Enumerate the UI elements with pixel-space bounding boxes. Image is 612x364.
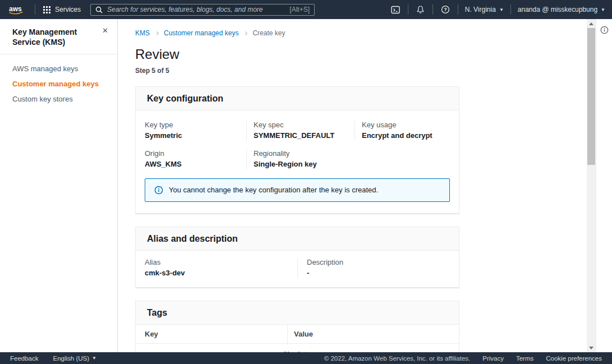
services-grid-icon <box>43 6 50 13</box>
svg-text:?: ? <box>444 7 447 12</box>
field-key-spec: Key spec SYMMETRIC_DEFAULT <box>246 121 355 141</box>
search-shortcut-hint: [Alt+S] <box>289 6 310 13</box>
svg-text:aws: aws <box>9 5 22 13</box>
tags-table-header: Key Value <box>136 325 459 344</box>
account-label: ananda @ misskecupbung <box>518 6 597 13</box>
terms-link[interactable]: Terms <box>516 355 533 362</box>
field-label: Key spec <box>254 121 355 130</box>
column-header-key: Key <box>136 325 287 343</box>
cookie-preferences-link[interactable]: Cookie preferences <box>546 355 602 362</box>
chevron-down-icon: ▼ <box>92 356 96 361</box>
column-header-value: Value <box>287 325 459 343</box>
breadcrumb-current: Create key <box>252 29 285 37</box>
sidebar-title: Key Management Service (KMS) <box>12 27 96 47</box>
field-label: Origin <box>145 149 246 158</box>
scroll-up-arrow[interactable] <box>587 19 596 28</box>
field-regionality: Regionality Single-Region key <box>246 149 355 169</box>
feedback-button[interactable]: Feedback <box>10 355 39 362</box>
tags-empty-state: No data No tags to display <box>136 344 459 352</box>
main-content: KMS Customer managed keys Create key Rev… <box>118 19 612 352</box>
help-icon[interactable]: ? <box>440 5 451 14</box>
language-label: English (US) <box>53 355 90 362</box>
services-menu[interactable]: Services <box>43 6 81 13</box>
global-search[interactable]: [Alt+S] <box>90 4 315 16</box>
privacy-link[interactable]: Privacy <box>482 355 504 362</box>
card-header: Alias and description <box>136 227 459 251</box>
topbar-divider <box>458 4 458 15</box>
sidebar-item-aws-managed-keys[interactable]: AWS managed keys <box>0 61 117 76</box>
alert-message: You cannot change the key configuration … <box>169 186 378 195</box>
field-value: Single-Region key <box>254 159 355 169</box>
wizard-step-indicator: Step 5 of 5 <box>135 67 459 75</box>
region-selector[interactable]: N. Virginia ▼ <box>465 6 504 13</box>
topbar-divider <box>432 4 433 15</box>
top-navigation-bar: aws Services [Alt+S] <box>0 0 612 19</box>
topbar-divider <box>408 4 408 15</box>
field-value: cmk-s3-dev <box>145 268 288 278</box>
sidebar-item-custom-key-stores[interactable]: Custom key stores <box>0 91 117 107</box>
notifications-bell-icon[interactable] <box>415 5 426 14</box>
page-title: Review <box>135 46 459 63</box>
field-key-type: Key type Symmetric <box>145 121 246 141</box>
sidebar-item-customer-managed-keys[interactable]: Customer managed keys <box>0 76 117 91</box>
close-sidebar-icon[interactable]: ✕ <box>102 27 108 47</box>
key-configuration-card: Key configuration Key type Symmetric Key… <box>135 86 459 214</box>
card-title: Tags <box>147 307 448 318</box>
topbar-divider <box>35 4 35 15</box>
copyright-text: © 2022, Amazon Web Services, Inc. or its… <box>324 355 471 362</box>
info-panel-icon[interactable] <box>600 26 609 34</box>
card-title: Alias and description <box>147 233 448 244</box>
field-value: AWS_KMS <box>145 159 246 169</box>
field-label: Key type <box>145 121 246 130</box>
topbar-divider <box>510 4 511 15</box>
field-key-usage: Key usage Encrypt and decrypt <box>355 121 450 141</box>
field-label: Regionality <box>254 149 355 158</box>
scrollbar-thumb[interactable] <box>587 28 595 165</box>
field-label: Alias <box>145 258 288 267</box>
field-value: Encrypt and decrypt <box>362 131 450 141</box>
alias-description-card: Alias and description Alias cmk-s3-dev D… <box>135 227 459 288</box>
cloudshell-icon[interactable] <box>390 6 401 14</box>
field-value: SYMMETRIC_DEFAULT <box>254 131 355 141</box>
field-alias: Alias cmk-s3-dev <box>136 258 297 278</box>
info-icon <box>154 186 163 195</box>
chevron-down-icon: ▼ <box>499 7 504 12</box>
language-selector[interactable]: English (US) ▼ <box>53 355 96 362</box>
account-menu[interactable]: ananda @ misskecupbung ▼ <box>518 6 605 13</box>
breadcrumb: KMS Customer managed keys Create key <box>135 29 459 37</box>
card-header: Tags <box>136 301 459 325</box>
console-footer: Feedback English (US) ▼ © 2022, Amazon W… <box>0 352 612 364</box>
breadcrumb-link-customer-managed-keys[interactable]: Customer managed keys <box>164 29 238 37</box>
search-icon <box>95 6 103 13</box>
breadcrumb-chevron-icon <box>243 31 247 35</box>
tags-card: Tags Key Value No data No tags to displa… <box>135 301 459 352</box>
scroll-down-arrow[interactable] <box>587 343 596 352</box>
card-header: Key configuration <box>136 87 459 110</box>
aws-logo[interactable]: aws <box>8 4 25 15</box>
field-label: Description <box>307 258 450 267</box>
field-value: Symmetric <box>145 131 246 141</box>
search-input[interactable] <box>107 6 289 13</box>
field-label: Key usage <box>362 121 450 130</box>
chevron-down-icon: ▼ <box>601 7 605 12</box>
field-origin: Origin AWS_KMS <box>145 149 246 169</box>
services-label: Services <box>55 6 81 13</box>
empty-cell <box>355 149 450 169</box>
help-panel-rail <box>596 19 612 352</box>
breadcrumb-chevron-icon <box>155 31 159 35</box>
field-value: - <box>307 268 450 278</box>
field-description: Description - <box>297 258 459 278</box>
breadcrumb-link-kms[interactable]: KMS <box>135 29 150 37</box>
region-label: N. Virginia <box>465 6 496 13</box>
card-title: Key configuration <box>147 93 448 104</box>
vertical-scrollbar[interactable] <box>587 19 596 352</box>
kms-side-navigation: Key Management Service (KMS) ✕ AWS manag… <box>0 19 118 352</box>
info-alert: You cannot change the key configuration … <box>145 178 450 202</box>
